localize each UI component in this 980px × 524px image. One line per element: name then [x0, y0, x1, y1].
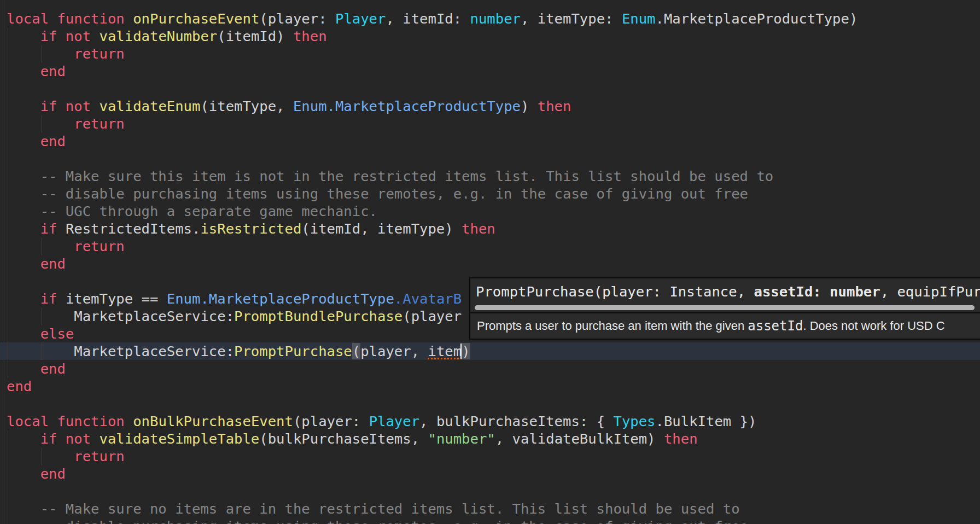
- code-line[interactable]: if not validateSimpleTable(bulkPurchaseI…: [0, 430, 980, 447]
- code-token[interactable]: local function: [7, 413, 125, 429]
- code-token[interactable]: [91, 98, 99, 114]
- code-token[interactable]: .MarketplaceProductType): [656, 10, 858, 27]
- code-line[interactable]: end: [0, 62, 980, 80]
- code-line[interactable]: if not validateEnum(itemType, Enum.Marke…: [0, 97, 980, 115]
- code-token[interactable]: , itemId:: [386, 10, 470, 27]
- code-line[interactable]: local function onBulkPurchaseEvent(playe…: [0, 412, 980, 430]
- code-line[interactable]: end: [0, 132, 980, 150]
- code-token[interactable]: [7, 238, 74, 254]
- code-token[interactable]: end: [40, 133, 66, 149]
- code-token[interactable]: if: [40, 220, 57, 237]
- code-token[interactable]: MarketplaceService:: [7, 343, 234, 359]
- code-token[interactable]: then: [462, 220, 495, 237]
- code-token[interactable]: if not: [40, 98, 91, 114]
- code-token[interactable]: "number": [428, 430, 495, 447]
- code-token[interactable]: (: [352, 343, 360, 359]
- code-token[interactable]: , itemType:: [521, 10, 622, 27]
- code-line[interactable]: end: [0, 255, 980, 272]
- code-token[interactable]: [7, 133, 40, 149]
- code-line[interactable]: [0, 482, 980, 500]
- code-token[interactable]: end: [7, 378, 32, 394]
- code-line-current[interactable]: MarketplaceService:PromptPurchase(player…: [0, 342, 980, 360]
- code-token[interactable]: validateNumber: [100, 28, 218, 44]
- code-token[interactable]: end: [40, 360, 66, 377]
- code-token[interactable]: -- disable purchasing items using these …: [7, 518, 748, 524]
- code-token[interactable]: Types: [613, 413, 655, 429]
- code-token[interactable]: Enum.MarketplaceProductType: [293, 98, 521, 114]
- code-token[interactable]: [7, 63, 40, 79]
- code-line[interactable]: end: [0, 360, 980, 377]
- code-token[interactable]: [7, 325, 40, 342]
- code-token[interactable]: ): [521, 98, 538, 114]
- code-token[interactable]: [91, 28, 99, 44]
- code-line[interactable]: [0, 80, 980, 97]
- code-token[interactable]: [7, 430, 40, 447]
- code-token[interactable]: Player: [369, 413, 419, 429]
- code-line[interactable]: local function onPurchaseEvent(player: P…: [0, 10, 980, 27]
- code-token[interactable]: [7, 220, 40, 237]
- code-line[interactable]: end: [0, 465, 980, 482]
- code-token[interactable]: [7, 465, 40, 482]
- code-line[interactable]: if not validateNumber(itemId) then: [0, 27, 980, 45]
- code-token[interactable]: (itemType,: [200, 98, 293, 114]
- code-token[interactable]: [125, 10, 133, 27]
- code-token[interactable]: [7, 360, 40, 377]
- tooltip-scrollbar-thumb[interactable]: [475, 305, 975, 310]
- code-token[interactable]: itemType ==: [57, 290, 166, 307]
- code-token[interactable]: [7, 115, 74, 132]
- code-token[interactable]: (player:: [259, 10, 335, 27]
- code-token[interactable]: -- UGC through a separate game mechanic.: [7, 203, 377, 219]
- code-line[interactable]: -- Make sure this item is not in the res…: [0, 167, 980, 185]
- code-token[interactable]: return: [74, 115, 124, 132]
- code-token[interactable]: ): [462, 343, 470, 359]
- code-token[interactable]: (player: [402, 308, 462, 324]
- code-token[interactable]: return: [74, 448, 124, 464]
- code-token[interactable]: (player:: [293, 413, 369, 429]
- code-token[interactable]: (itemId): [217, 28, 293, 44]
- code-token[interactable]: onPurchaseEvent: [133, 10, 259, 27]
- code-token[interactable]: PromptPurchase: [234, 343, 352, 359]
- code-token[interactable]: [7, 98, 40, 114]
- code-token[interactable]: , bulkPurchaseItems: {: [419, 413, 613, 429]
- code-token[interactable]: Enum: [622, 10, 656, 27]
- code-line[interactable]: [0, 395, 980, 412]
- code-token[interactable]: end: [40, 465, 66, 482]
- code-token[interactable]: if not: [40, 28, 91, 44]
- code-line[interactable]: return: [0, 115, 980, 132]
- code-token[interactable]: -- Make sure this item is not in the res…: [7, 168, 773, 184]
- code-token[interactable]: number: [470, 10, 521, 27]
- code-token[interactable]: return: [74, 45, 124, 62]
- code-editor[interactable]: local function onPurchaseEvent(player: P…: [0, 0, 980, 524]
- code-token[interactable]: else: [40, 325, 74, 342]
- code-line[interactable]: -- disable purchasing items using these …: [0, 517, 980, 524]
- code-token[interactable]: player,: [360, 343, 428, 359]
- code-token[interactable]: PromptBundlePurchase: [234, 308, 402, 324]
- code-token[interactable]: [7, 290, 40, 307]
- code-token[interactable]: [7, 255, 40, 272]
- code-line[interactable]: return: [0, 237, 980, 255]
- code-line[interactable]: return: [0, 45, 980, 62]
- code-token[interactable]: -- disable purchasing items using these …: [7, 185, 748, 202]
- code-token[interactable]: [7, 28, 40, 44]
- code-token[interactable]: validateSimpleTable: [100, 430, 260, 447]
- tooltip-scrollbar[interactable]: [470, 305, 980, 312]
- code-line[interactable]: end: [0, 377, 980, 395]
- code-token[interactable]: [7, 448, 74, 464]
- code-token[interactable]: then: [538, 98, 571, 114]
- code-line[interactable]: [0, 150, 980, 167]
- code-token[interactable]: .AvatarB: [394, 290, 462, 307]
- code-line[interactable]: if RestrictedItems.isRestricted(itemId, …: [0, 220, 980, 237]
- code-token[interactable]: (itemId, itemType): [301, 220, 462, 237]
- code-token[interactable]: local function: [7, 10, 125, 27]
- code-token[interactable]: isRestricted: [200, 220, 301, 237]
- code-token[interactable]: validateEnum: [100, 98, 201, 114]
- code-token[interactable]: Enum.MarketplaceProductType: [167, 290, 394, 307]
- code-line[interactable]: -- UGC through a separate game mechanic.: [0, 202, 980, 220]
- code-token[interactable]: return: [74, 238, 124, 254]
- code-line[interactable]: return: [0, 447, 980, 465]
- code-token[interactable]: end: [40, 255, 66, 272]
- code-token[interactable]: onBulkPurchaseEvent: [133, 413, 293, 429]
- code-token[interactable]: RestrictedItems.: [57, 220, 200, 237]
- code-token[interactable]: (bulkPurchaseItems,: [259, 430, 428, 447]
- code-token[interactable]: [7, 45, 74, 62]
